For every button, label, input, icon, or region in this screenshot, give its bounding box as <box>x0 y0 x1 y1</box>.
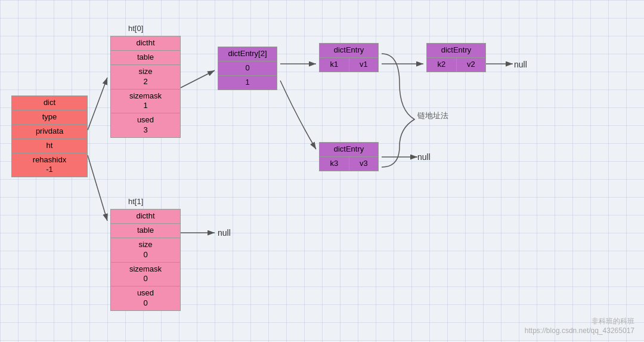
dictentry-v3: v3 <box>349 157 379 171</box>
watermark: 非科班的科班 https://blog.csdn.net/qq_43265017 <box>525 316 634 335</box>
dictht1-used: used0 <box>111 286 180 310</box>
dictht0-sizemask: sizemask1 <box>111 90 180 114</box>
dict-type: type <box>12 110 87 125</box>
diagram-canvas: dict type privdata ht rehashidx-1 ht[0] … <box>0 0 644 342</box>
dictht1-size: size0 <box>111 238 180 263</box>
null-k3v3: null <box>417 152 431 162</box>
watermark-line2: https://blog.csdn.net/qq_43265017 <box>525 326 634 335</box>
dictentry-k3v3-box: dictEntry k3 v3 <box>319 142 379 171</box>
dictht1-table: table <box>111 224 180 238</box>
dictht0-header: dictht <box>111 36 180 51</box>
dictht0-table: table <box>111 51 180 65</box>
dictentry-k3v3-header: dictEntry <box>320 143 378 157</box>
dictentry-k2v2-header: dictEntry <box>427 44 485 58</box>
dictentry-array-1: 1 <box>218 76 277 90</box>
dictht1-sizemask: sizemask0 <box>111 263 180 287</box>
svg-line-1 <box>181 70 215 88</box>
dictentry-v1: v1 <box>349 58 379 72</box>
dict-privdata: privdata <box>12 125 87 139</box>
ht0-label: ht[0] <box>128 24 143 33</box>
dict-ht: ht <box>12 139 87 153</box>
chain-label: 链地址法 <box>417 110 448 121</box>
dictentry-k1: k1 <box>320 58 349 72</box>
dict-header: dict <box>12 96 87 110</box>
dictentry-k2v2-box: dictEntry k2 v2 <box>426 43 486 72</box>
dictht0-used: used3 <box>111 113 180 137</box>
dictentry-array-header: dictEntry[2] <box>218 47 277 61</box>
dictht0-size: size2 <box>111 65 180 90</box>
dictentry-array-0: 0 <box>218 61 277 76</box>
dictentry-k2: k2 <box>427 58 457 72</box>
null-k2v2: null <box>514 60 527 69</box>
dictentry-k1v1-box: dictEntry k1 v1 <box>319 43 379 72</box>
watermark-line1: 非科班的科班 <box>525 316 634 326</box>
dict-box: dict type privdata ht rehashidx-1 <box>11 95 88 177</box>
dictentry-array-box: dictEntry[2] 0 1 <box>218 47 277 90</box>
dictht0-box: dictht table size2 sizemask1 used3 <box>110 36 181 138</box>
dictht1-header: dictht <box>111 209 180 224</box>
dict-rehashidx: rehashidx-1 <box>12 153 87 177</box>
dictht1-box: dictht table size0 sizemask0 used0 <box>110 209 181 311</box>
null-ht1: null <box>218 228 231 238</box>
dictentry-k1v1-header: dictEntry <box>320 44 378 58</box>
ht1-label: ht[1] <box>128 197 143 206</box>
dictentry-k3: k3 <box>320 157 349 171</box>
dictentry-v2: v2 <box>457 58 486 72</box>
